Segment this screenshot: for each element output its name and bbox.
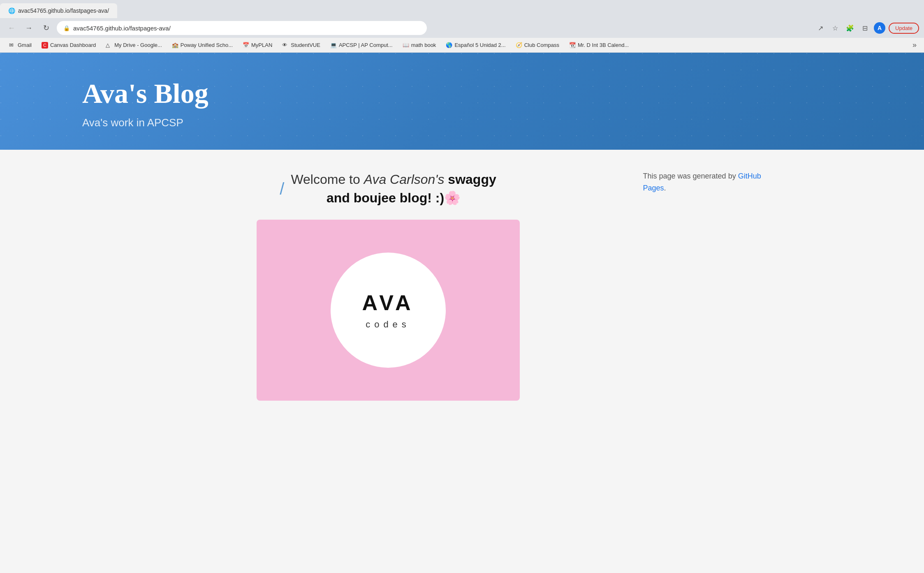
bookmark-studentvue[interactable]: 👁 StudentVUE (278, 40, 324, 50)
welcome-italic-name: Ava Carlson's (364, 172, 445, 187)
blog-subtitle: Ava's work in APCSP (82, 116, 924, 129)
espanol-favicon: 🌎 (446, 42, 452, 49)
welcome-slash: / (280, 177, 284, 200)
bookmark-gmail-label: Gmail (18, 42, 32, 48)
bookmark-gmail[interactable]: ✉ Gmail (5, 40, 36, 50)
back-button[interactable]: ← (5, 21, 18, 35)
browser-window: 🌐 avac54765.github.io/fastpages-ava/ ← →… (0, 0, 924, 573)
myplan-favicon: 📅 (243, 42, 249, 49)
ava-codes-circle: AVA codes (331, 253, 446, 368)
bookmark-myplan[interactable]: 📅 MyPLAN (239, 40, 276, 50)
refresh-button[interactable]: ↻ (39, 21, 53, 35)
tab-favicon: 🌐 (8, 7, 15, 14)
bookmarks-bar: ✉ Gmail C Canvas Dashboard △ My Drive - … (0, 38, 924, 53)
ava-sub: codes (366, 319, 410, 330)
welcome-flower-emoji: 🌸 (444, 190, 461, 205)
forward-button[interactable]: → (22, 21, 35, 35)
bookmark-apcsp[interactable]: 💻 APCSP | AP Comput... (326, 40, 397, 50)
update-button[interactable]: Update (889, 23, 919, 34)
bookmark-poway[interactable]: 🏫 Poway Unified Scho... (168, 40, 237, 50)
blog-title: Ava's Blog (82, 77, 924, 110)
welcome-bold-swaggy: swaggy (448, 172, 496, 187)
welcome-heading: / Welcome to Ava Carlson's swaggy and bo… (158, 170, 618, 207)
bookmark-icon-button[interactable]: ☆ (829, 22, 841, 34)
ava-image-container: AVA codes (257, 220, 520, 401)
bookmark-mathbook-label: math book (411, 42, 436, 48)
welcome-text-block: Welcome to Ava Carlson's swaggy and bouj… (291, 170, 496, 207)
page-content: Ava's Blog Ava's work in APCSP / Welcome… (0, 53, 924, 573)
share-icon-button[interactable]: ↗ (815, 22, 826, 34)
bookmark-canvas-label: Canvas Dashboard (50, 42, 96, 48)
club-favicon: 🧭 (516, 42, 522, 49)
bookmark-club-label: Club Compass (524, 42, 559, 48)
sidebar-text-prefix: This page was generated by (643, 172, 738, 180)
mrd-favicon: 📆 (569, 42, 576, 49)
bookmark-espanol-label: Español 5 Unidad 2... (454, 42, 505, 48)
canvas-favicon: C (42, 42, 48, 49)
welcome-bold-boujee: and boujee blog! :) (327, 190, 444, 205)
poway-favicon: 🏫 (172, 42, 178, 49)
bookmark-myplan-label: MyPLAN (251, 42, 272, 48)
bookmark-vue-label: StudentVUE (291, 42, 320, 48)
lock-icon: 🔒 (63, 25, 70, 31)
bookmark-drive[interactable]: △ My Drive - Google... (102, 40, 166, 50)
url-text: avac54765.github.io/fastpages-ava/ (73, 25, 171, 32)
profile-button[interactable]: A (874, 22, 885, 34)
extensions-icon-button[interactable]: 🧩 (844, 22, 856, 34)
sidebar-toggle-button[interactable]: ⊟ (859, 22, 871, 34)
bookmark-espanol[interactable]: 🌎 Español 5 Unidad 2... (442, 40, 509, 50)
bookmark-drive-label: My Drive - Google... (114, 42, 162, 48)
main-content: / Welcome to Ava Carlson's swaggy and bo… (158, 170, 618, 401)
sidebar-text-suffix: . (664, 184, 666, 192)
address-bar-row: ← → ↻ 🔒 avac54765.github.io/fastpages-av… (0, 18, 924, 38)
bookmark-clubcompass[interactable]: 🧭 Club Compass (512, 40, 563, 50)
bookmark-apcsp-label: APCSP | AP Comput... (339, 42, 393, 48)
bookmark-canvas[interactable]: C Canvas Dashboard (37, 40, 100, 50)
vue-favicon: 👁 (282, 42, 289, 49)
main-layout: / Welcome to Ava Carlson's swaggy and bo… (133, 150, 791, 421)
bookmark-mathbook[interactable]: 📖 math book (398, 40, 440, 50)
sidebar-generated-text: This page was generated by GitHub Pages. (643, 170, 767, 194)
sidebar: This page was generated by GitHub Pages. (643, 170, 767, 401)
active-tab[interactable]: 🌐 avac54765.github.io/fastpages-ava/ (0, 3, 117, 18)
toolbar-icons: ↗ ☆ 🧩 ⊟ A Update (815, 22, 919, 34)
tab-bar: 🌐 avac54765.github.io/fastpages-ava/ (0, 0, 924, 18)
address-bar[interactable]: 🔒 avac54765.github.io/fastpages-ava/ (57, 21, 427, 35)
mathbook-favicon: 📖 (403, 42, 409, 49)
gmail-favicon: ✉ (9, 42, 16, 49)
apcsp-favicon: 💻 (330, 42, 337, 49)
blog-header: Ava's Blog Ava's work in APCSP (0, 53, 924, 150)
bookmarks-more-button[interactable]: » (910, 40, 919, 50)
welcome-prefix: Welcome to (291, 172, 364, 187)
bookmark-mrd-label: Mr. D Int 3B Calend... (578, 42, 629, 48)
bookmark-poway-label: Poway Unified Scho... (181, 42, 233, 48)
drive-favicon: △ (106, 42, 112, 49)
bookmark-mrd[interactable]: 📆 Mr. D Int 3B Calend... (565, 40, 633, 50)
tab-title: avac54765.github.io/fastpages-ava/ (18, 7, 109, 14)
ava-title: AVA (362, 290, 414, 315)
